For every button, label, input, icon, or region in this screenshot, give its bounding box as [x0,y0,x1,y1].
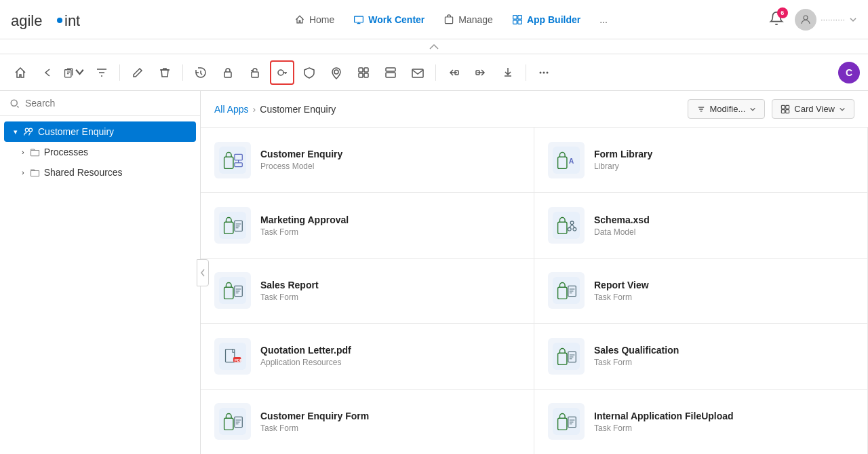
toolbar-tile-button[interactable] [378,60,403,85]
breadcrumb-all-apps[interactable]: All Apps [214,104,249,115]
svg-rect-40 [553,147,580,174]
search-icon [9,98,20,109]
toolbar-grid-button[interactable] [351,60,376,85]
toolbar-back-button[interactable] [35,60,60,85]
svg-rect-15 [359,68,363,72]
card-report-view[interactable]: Report View Task Form [534,259,868,324]
svg-text:int: int [64,12,80,29]
sidebar-item-customer-enquiry[interactable]: ▾ Customer Enquiry [4,121,196,142]
card-customer-enquiry[interactable]: Customer Enquiry Process Model [201,128,534,193]
toolbar-key-button[interactable] [270,60,294,85]
card-info-customer-enquiry: Customer Enquiry Process Model [260,149,342,171]
card-icon-form-library: A [548,142,585,178]
sidebar-item-label: Customer Enquiry [38,126,114,137]
header-controls: Modifie... Card View [688,99,854,119]
sidebar-subtree: › Processes › Shared Resources [12,142,200,183]
sidebar-item-shared-resources[interactable]: › Shared Resources [12,162,200,183]
card-icon-sales-qualification [548,338,585,375]
card-info-report-view: Report View Task Form [594,280,649,302]
toolbar-email-button[interactable] [406,60,430,85]
nav-more[interactable]: ... [599,14,608,25]
svg-point-25 [543,71,545,73]
toolbar-export-button[interactable] [496,60,520,85]
toolbar-history-button[interactable] [189,60,213,85]
svg-point-29 [29,128,33,132]
card-title: Sales Report [260,280,319,290]
svg-text:agile: agile [11,12,42,29]
search-input[interactable] [25,98,191,109]
toolbar: C [0,54,868,91]
toolbar-location-button[interactable] [324,60,349,85]
toolbar-shield-button[interactable] [297,60,321,85]
toolbar-more-button[interactable] [532,60,556,85]
toolbar-filter-button[interactable] [90,60,114,85]
toolbar-lock-button[interactable] [216,60,240,85]
svg-rect-46 [553,212,580,239]
user-menu[interactable]: ·········· [795,9,857,31]
content-area: All Apps › Customer Enquiry Modifie... C… [201,91,868,454]
svg-rect-3 [355,16,363,22]
svg-point-27 [11,100,17,106]
toolbar-delete-button[interactable] [153,60,177,85]
group-icon [23,126,34,137]
chevron-right-icon: › [22,148,24,156]
card-title: Customer Enquiry [260,149,342,159]
card-title: Quotation Letter.pdf [260,345,351,356]
nav-manage[interactable]: Manage [443,14,493,25]
sort-icon [696,105,706,114]
svg-rect-17 [359,73,363,77]
toolbar-unlock-button[interactable] [243,60,267,85]
sort-label: Modifie... [710,104,746,114]
nav-work-center[interactable]: Work Center [353,14,425,25]
folder-icon [30,168,40,178]
sidebar-collapse-button[interactable] [197,259,209,286]
svg-point-9 [804,16,808,20]
svg-point-13 [278,70,283,75]
svg-rect-16 [364,68,368,72]
card-sales-qualification[interactable]: Sales Qualification Task Form [534,324,868,389]
view-button[interactable]: Card View [772,99,854,119]
card-subtitle: Library [594,162,652,171]
nav-home[interactable]: Home [294,14,334,25]
collapse-bar[interactable] [0,39,868,54]
toolbar-new-button[interactable] [62,60,87,85]
toolbar-share-right-button[interactable] [469,60,493,85]
chevron-up-icon [429,43,439,50]
sidebar-item-processes[interactable]: › Processes [12,142,200,162]
toolbar-share-left-button[interactable] [441,60,466,85]
chevron-down-icon [75,66,86,79]
card-info-sales-qualification: Sales Qualification Task Form [594,345,679,367]
card-form-library[interactable]: A Form Library Library [534,128,868,193]
card-quotation-letter[interactable]: PDF Quotation Letter.pdf Application Res… [201,324,534,389]
card-marketing-approval[interactable]: Marketing Approval Task Form [201,193,534,258]
card-title: Schema.xsd [594,214,650,225]
card-info-customer-enquiry-form: Customer Enquiry Form Task Form [260,411,369,433]
logo: agile int [11,8,106,31]
card-title: Report View [594,280,649,290]
card-subtitle: Task Form [594,292,649,302]
nav-app-builder[interactable]: App Builder [512,14,580,25]
breadcrumb-current: Customer Enquiry [260,104,336,115]
toolbar-home-button[interactable] [8,60,33,85]
card-info-marketing-approval: Marketing Approval Task Form [260,214,349,237]
card-internal-application[interactable]: Internal Application FileUpload Task For… [534,390,868,454]
chevron-down-icon: ▾ [14,128,18,136]
card-icon-report-view [548,272,585,309]
card-title: Marketing Approval [260,214,349,225]
card-subtitle: Task Form [594,423,734,433]
svg-rect-34 [782,109,785,113]
sort-button[interactable]: Modifie... [688,99,766,119]
toolbar-edit-button[interactable] [125,60,150,85]
notification-button[interactable]: 6 [769,11,784,28]
card-schema[interactable]: Schema.xsd Data Model [534,193,868,258]
svg-rect-19 [386,68,395,71]
card-subtitle: Data Model [594,227,650,237]
sidebar-item-shared-resources-label: Shared Resources [44,167,123,178]
card-customer-enquiry-form[interactable]: Customer Enquiry Form Task Form [201,390,534,454]
svg-rect-21 [412,69,423,77]
nav-links: Home Work Center Manage App Builder ... [133,14,769,25]
card-sales-report[interactable]: Sales Report Task Form [201,259,534,324]
chevron-right-icon: › [22,168,24,176]
avatar [795,9,816,31]
content-header: All Apps › Customer Enquiry Modifie... C… [201,91,868,128]
